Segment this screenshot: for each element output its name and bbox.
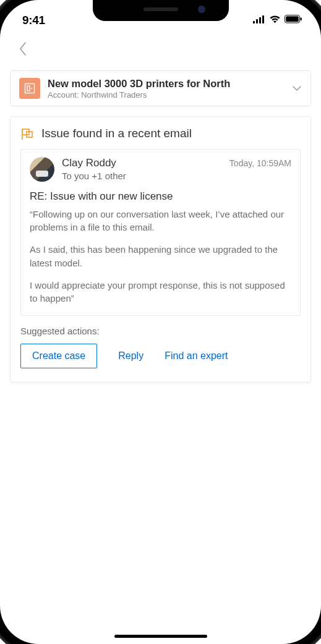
chevron-left-icon bbox=[19, 41, 27, 59]
notch bbox=[93, 0, 229, 21]
cellular-icon bbox=[253, 15, 265, 26]
chevron-down-icon bbox=[292, 83, 302, 94]
issue-heading: Issue found in a recent email bbox=[41, 127, 192, 140]
email-subject: RE: Issue with our new license bbox=[30, 190, 291, 203]
svg-rect-8 bbox=[27, 86, 30, 91]
context-card[interactable]: New model 3000 3D printers for North Acc… bbox=[10, 70, 311, 106]
create-case-button[interactable]: Create case bbox=[20, 344, 97, 368]
speaker-grille bbox=[143, 7, 178, 11]
suggested-actions-label: Suggested actions: bbox=[20, 326, 301, 336]
issue-header: Issue found in a recent email bbox=[20, 127, 301, 140]
front-camera bbox=[198, 6, 205, 13]
phone-frame: 9:41 New model 3 bbox=[0, 0, 321, 644]
svg-rect-1 bbox=[256, 19, 258, 23]
email-body: “Following up on our conversation last w… bbox=[30, 208, 291, 306]
nav-bar bbox=[10, 35, 311, 70]
svg-rect-5 bbox=[286, 16, 299, 22]
flag-icon bbox=[20, 127, 34, 140]
find-expert-button[interactable]: Find an expert bbox=[165, 344, 228, 368]
email-timestamp: Today, 10:59AM bbox=[229, 158, 291, 168]
wifi-icon bbox=[269, 15, 281, 26]
battery-icon bbox=[285, 15, 302, 26]
context-title: New model 3000 3D printers for North bbox=[48, 77, 285, 90]
opportunity-icon bbox=[19, 78, 40, 99]
email-paragraph: I would appreciate your prompt response,… bbox=[30, 279, 291, 306]
status-time: 9:41 bbox=[22, 14, 45, 27]
context-subtitle: Account: Northwind Traders bbox=[48, 90, 285, 100]
svg-rect-2 bbox=[259, 17, 261, 23]
reply-button[interactable]: Reply bbox=[118, 344, 143, 368]
email-preview[interactable]: Clay Roddy Today, 10:59AM To you +1 othe… bbox=[20, 149, 301, 316]
svg-rect-0 bbox=[253, 21, 255, 23]
email-paragraph: “Following up on our conversation last w… bbox=[30, 208, 291, 235]
home-indicator[interactable] bbox=[114, 635, 207, 638]
email-meta: Clay Roddy Today, 10:59AM To you +1 othe… bbox=[30, 157, 291, 182]
svg-rect-6 bbox=[301, 17, 302, 20]
screen-content: New model 3000 3D printers for North Acc… bbox=[0, 35, 321, 383]
issue-card: Issue found in a recent email Clay Roddy… bbox=[10, 116, 311, 383]
back-button[interactable] bbox=[14, 41, 32, 59]
status-icons bbox=[253, 15, 302, 26]
context-text: New model 3000 3D printers for North Acc… bbox=[48, 77, 285, 100]
email-paragraph: As I said, this has been happening since… bbox=[30, 243, 291, 270]
suggested-actions: Create case Reply Find an expert bbox=[20, 344, 301, 368]
sender-name: Clay Roddy bbox=[62, 157, 116, 169]
svg-rect-3 bbox=[262, 15, 264, 23]
avatar bbox=[30, 157, 54, 182]
recipients: To you +1 other bbox=[62, 171, 291, 181]
